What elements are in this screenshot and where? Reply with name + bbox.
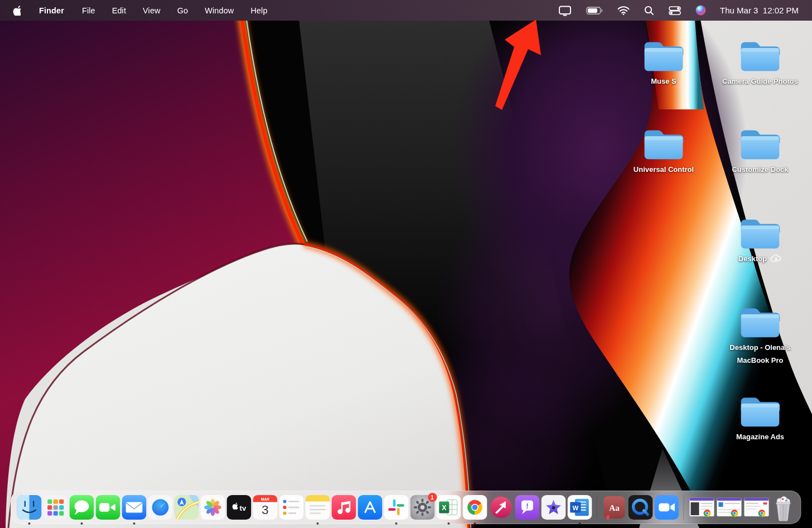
svg-text:!: ! — [526, 502, 528, 510]
messages-icon — [69, 495, 94, 520]
menu-item-file[interactable]: File — [74, 6, 104, 15]
appstore-icon — [357, 495, 382, 520]
dock-item-quicktime[interactable] — [628, 495, 652, 520]
dock-item-excel[interactable]: X — [436, 495, 461, 520]
folder-label: Universal Control — [634, 163, 694, 176]
dock-item-music[interactable] — [331, 495, 356, 520]
dock-item-dictionary[interactable]: Aa — [602, 495, 626, 520]
control-center-icon — [669, 6, 681, 15]
display-icon — [558, 5, 572, 16]
folder-icon — [737, 392, 784, 429]
notes-icon — [305, 495, 330, 520]
menu-item-help[interactable]: Help — [242, 6, 276, 15]
dock-item-alert-bubble-app[interactable]: ! — [515, 495, 539, 520]
dock-item-notes[interactable] — [305, 495, 330, 520]
window-thumbnail — [743, 495, 769, 520]
folder-label: Desktop — [738, 252, 767, 265]
desktop-folder-magazine-ads[interactable]: Magazine Ads — [718, 392, 802, 443]
menu-bar-clock[interactable]: Thu Mar 3 12:02 PM — [713, 6, 803, 15]
svg-text:W: W — [572, 505, 578, 511]
appletv-icon: tv — [226, 495, 251, 520]
siri-status-icon[interactable] — [688, 0, 713, 21]
minimized-window-chrome-2[interactable] — [716, 495, 742, 520]
display-mirroring-status-icon[interactable] — [551, 0, 579, 21]
desktop-folder-desktop-olena-s-macbook-pro[interactable]: Desktop - Olena’s MacBook Pro — [718, 303, 802, 367]
menu-item-edit[interactable]: Edit — [104, 6, 134, 15]
folder-icon — [737, 37, 784, 73]
dock-item-mail[interactable] — [122, 495, 146, 520]
desktop-folder-desktop[interactable]: Desktop — [718, 214, 802, 265]
running-indicator-dot — [28, 522, 30, 525]
dock-item-finder[interactable] — [17, 495, 41, 520]
menu-item-finder[interactable]: Finder — [31, 6, 74, 15]
battery-icon — [586, 7, 603, 15]
dock-divider — [684, 495, 684, 520]
desktop-folder-muse-s[interactable]: Muse S — [622, 37, 705, 88]
menu-item-view[interactable]: View — [134, 6, 169, 15]
imovie-icon — [541, 495, 566, 520]
menu-item-window[interactable]: Window — [196, 6, 242, 15]
folder-icon — [737, 125, 784, 161]
facetime-icon — [95, 495, 120, 520]
dock-item-photos[interactable] — [200, 495, 225, 520]
dock-item-maps[interactable] — [174, 495, 199, 520]
dock-item-slack[interactable] — [384, 495, 408, 520]
dock-item-skitch[interactable] — [489, 495, 513, 520]
maps-icon — [174, 495, 199, 520]
menu-bar-right: Thu Mar 3 12:02 PM — [551, 0, 812, 21]
folder-icon — [737, 303, 784, 339]
dock-item-messages[interactable] — [69, 495, 94, 520]
dock-item-reminders[interactable] — [279, 495, 303, 520]
menu-item-go[interactable]: Go — [169, 6, 197, 15]
battery-status-icon[interactable] — [579, 0, 610, 21]
folder-icon — [640, 37, 687, 73]
running-indicator-dot — [80, 522, 83, 525]
launchpad-icon — [43, 495, 67, 520]
dock-item-settings[interactable]: 1 — [410, 495, 434, 520]
control-center-status-icon[interactable] — [661, 0, 688, 21]
search-icon — [644, 6, 654, 16]
dock-item-facetime[interactable] — [95, 495, 120, 520]
dock-item-appstore[interactable] — [357, 495, 382, 520]
dock-item-word[interactable]: W — [567, 495, 592, 520]
mail-icon — [122, 495, 146, 520]
siri-icon — [695, 5, 706, 16]
dock-item-calendar[interactable]: MAR 3 — [253, 495, 277, 520]
svg-text:Aa: Aa — [609, 503, 620, 512]
desktop-folder-customize-dock[interactable]: Customize Dock — [718, 125, 802, 176]
folder-label: Customize Dock — [732, 163, 788, 176]
minimized-window-chrome-1[interactable] — [689, 495, 714, 520]
dock-item-zoom[interactable] — [654, 495, 679, 520]
spotlight-search-status-icon[interactable] — [637, 0, 661, 21]
svg-text:MAR: MAR — [260, 497, 269, 501]
dock-item-safari[interactable] — [148, 495, 172, 520]
running-indicator-dot — [395, 522, 397, 525]
desktop-folder-universal-control[interactable]: Universal Control — [622, 125, 705, 176]
excel-icon: X — [436, 495, 461, 520]
finder-icon — [17, 495, 41, 520]
calendar-icon: MAR 3 — [253, 495, 277, 520]
slack-icon — [384, 495, 408, 520]
dock-item-appletv[interactable]: tv — [226, 495, 251, 520]
alert-bubble-icon: ! — [515, 495, 539, 520]
dock: tv MAR 3 — [11, 491, 801, 524]
dock-item-chrome[interactable] — [462, 495, 487, 520]
wifi-status-icon[interactable] — [610, 0, 637, 21]
running-indicator-dot — [578, 522, 581, 525]
quicktime-icon — [628, 495, 652, 520]
dock-item-trash[interactable] — [771, 495, 795, 520]
running-indicator-dot — [473, 522, 476, 525]
folder-label: Camera Guide Photos — [722, 75, 798, 88]
desktop-folder-camera-guide-photos[interactable]: Camera Guide Photos — [718, 37, 802, 88]
folder-icon — [640, 125, 687, 161]
minimized-window-chrome-3[interactable] — [743, 495, 769, 520]
icloud-download-icon — [770, 254, 782, 262]
dock-item-launchpad[interactable] — [43, 495, 67, 520]
apple-logo-icon — [12, 6, 21, 16]
dock-item-imovie[interactable] — [541, 495, 566, 520]
folder-label: Muse S — [651, 75, 676, 88]
menu-bar-left: FinderFileEditViewGoWindowHelp — [0, 6, 276, 16]
apple-menu[interactable] — [10, 6, 31, 16]
notification-badge: 1 — [428, 493, 437, 502]
svg-text:tv: tv — [239, 504, 246, 512]
